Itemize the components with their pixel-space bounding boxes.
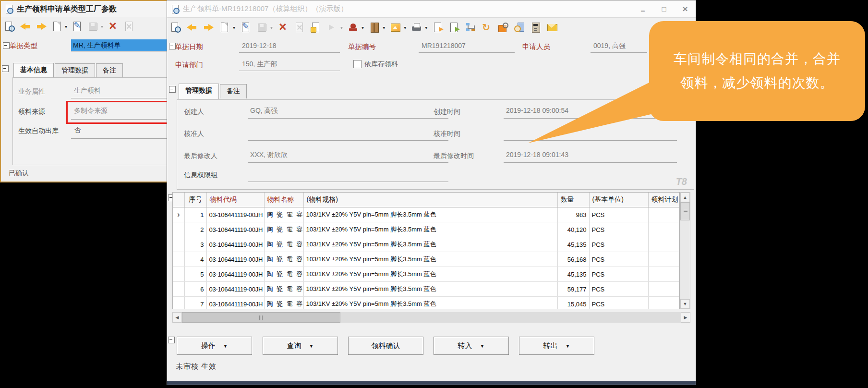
row-selector[interactable] — [173, 297, 184, 310]
tab-remarks[interactable]: 备注 — [220, 84, 247, 98]
scroll-up-icon[interactable]: ▲ — [680, 193, 690, 202]
cell-material-spec[interactable]: 103/1KV ±20% Y5V pin=5mm 脚长3.5mm 蓝色 — [303, 222, 557, 237]
cell-material-spec[interactable]: 103/1KV ±20% Y5V pin=5mm 脚长3.5mm 蓝色 — [303, 237, 557, 252]
cell-picking-plan[interactable] — [648, 207, 679, 222]
collapse-toggle[interactable] — [169, 43, 176, 49]
table-row[interactable]: 6 03-106441119-00JH 陶 瓷 電 容 103/1KV ±20%… — [173, 282, 679, 297]
operate-button[interactable]: 操作▼ — [177, 337, 252, 355]
cell-material-name[interactable]: 陶 瓷 電 容 — [264, 297, 303, 310]
cell-seq[interactable]: 7 — [184, 297, 206, 310]
row-selector[interactable] — [173, 267, 184, 282]
create-time-value[interactable]: 2019-12-18 09:00:54 — [506, 107, 568, 114]
save-dropdown[interactable]: ▾ — [101, 24, 103, 29]
tab-mgmt-data[interactable]: 管理数据 — [179, 84, 219, 99]
doc-no-value[interactable]: MR191218007 — [422, 42, 466, 49]
cell-base-unit[interactable]: PCS — [589, 297, 648, 310]
left-window-titlebar[interactable]: 生产领料申请单类型工厂参数 — [1, 1, 167, 17]
tab-mgmt-data[interactable]: 管理数据 — [55, 63, 95, 78]
cell-material-name[interactable]: 陶 瓷 電 容 — [264, 252, 303, 267]
table-row[interactable]: 1 03-106441119-00JH 陶 瓷 電 容 103/1KV ±20%… — [173, 207, 679, 222]
creator-value[interactable]: GQ, 高强 — [250, 107, 278, 115]
cell-base-unit[interactable]: PCS — [589, 207, 648, 222]
copy-in-icon[interactable] — [448, 22, 460, 33]
preview-icon[interactable] — [4, 21, 15, 32]
cell-material-name[interactable]: 陶 瓷 電 容 — [264, 282, 303, 297]
tab-remarks[interactable]: 备注 — [96, 63, 123, 78]
edit-icon[interactable] — [240, 22, 252, 33]
cell-material-spec[interactable]: 103/1KV ±20% Y5V pin=5mm 脚长3.5mm 蓝色 — [303, 267, 557, 282]
apply-dept-value[interactable]: 150, 生产部 — [242, 60, 277, 69]
calculator-icon[interactable] — [530, 22, 542, 33]
workflow-icon[interactable] — [465, 22, 476, 33]
field-value-auto-issue[interactable]: 否 — [74, 126, 81, 134]
cell-picking-plan[interactable] — [648, 282, 679, 297]
doc-type-value[interactable]: MR, 生产领料单 — [71, 39, 168, 51]
transfer-in-button[interactable]: 转入▼ — [434, 337, 509, 355]
preview-icon[interactable] — [170, 22, 181, 33]
cell-base-unit[interactable]: PCS — [589, 282, 648, 297]
cell-seq[interactable]: 4 — [184, 252, 206, 267]
field-value-business-attr[interactable]: 生产领料 — [74, 86, 101, 95]
horizontal-scroll-thumb[interactable] — [182, 312, 340, 323]
cell-picking-plan[interactable] — [648, 252, 679, 267]
browse-folder-icon[interactable] — [497, 22, 509, 33]
col-quantity[interactable]: 数量 — [557, 193, 589, 207]
print-dropdown[interactable]: ▾ — [425, 25, 427, 30]
new-doc-dropdown[interactable]: ▾ — [65, 24, 67, 29]
cell-material-code[interactable]: 03-106441119-00JH — [206, 297, 264, 310]
table-row[interactable]: 7 03-106441119-00JH 陶 瓷 電 容 103/1KV ±20%… — [173, 297, 679, 310]
delete-icon[interactable] — [108, 21, 119, 32]
attach-icon[interactable] — [310, 22, 322, 33]
cell-quantity[interactable]: 983 — [557, 207, 589, 222]
cell-material-name[interactable]: 陶 瓷 電 容 — [264, 207, 303, 222]
save-dropdown[interactable]: ▾ — [270, 25, 273, 30]
cell-seq[interactable]: 1 — [184, 207, 206, 222]
row-selector[interactable] — [173, 207, 184, 222]
table-row[interactable]: 4 03-106441119-00JH 陶 瓷 電 容 103/1KV ±20%… — [173, 252, 679, 267]
picking-confirm-button[interactable]: 领料确认 — [348, 337, 423, 355]
cell-base-unit[interactable]: PCS — [589, 237, 648, 252]
vertical-scroll-track[interactable] — [680, 220, 690, 299]
close-button[interactable] — [675, 0, 696, 17]
export-image-icon[interactable] — [390, 22, 401, 33]
collapse-toggle[interactable] — [168, 337, 175, 343]
scroll-right-icon[interactable]: ▶ — [681, 312, 690, 323]
maximize-button[interactable] — [653, 0, 675, 17]
col-base-unit[interactable]: (基本单位) — [589, 193, 648, 207]
cell-quantity[interactable]: 59,177 — [557, 282, 589, 297]
cell-material-code[interactable]: 03-106441119-00JH — [206, 282, 264, 297]
cell-picking-plan[interactable] — [648, 222, 679, 237]
collapse-toggle[interactable] — [3, 42, 10, 49]
new-doc-dropdown[interactable]: ▾ — [233, 25, 235, 30]
cell-base-unit[interactable]: PCS — [589, 222, 648, 237]
stock-picking-checkbox[interactable] — [353, 60, 362, 68]
cell-quantity[interactable]: 56,168 — [557, 252, 589, 267]
cell-material-spec[interactable]: 103/1KV ±20% Y5V pin=5mm 脚长3.5mm 蓝色 — [303, 282, 557, 297]
col-seq[interactable]: 序号 — [184, 193, 206, 207]
approve-stamp-icon[interactable] — [348, 22, 359, 33]
cell-quantity[interactable]: 45,135 — [557, 267, 589, 282]
scroll-left-icon[interactable]: ◀ — [172, 312, 182, 323]
horizontal-scroll-track[interactable] — [340, 312, 681, 323]
cell-material-spec[interactable]: 103/1KV ±20% Y5V pin=5mm 脚长3.5mm 蓝色 — [303, 207, 557, 222]
back-icon[interactable] — [20, 21, 31, 32]
row-selector[interactable] — [173, 222, 184, 237]
collapse-toggle[interactable] — [2, 65, 9, 72]
forward-icon[interactable] — [203, 22, 214, 33]
cell-seq[interactable]: 2 — [184, 222, 206, 237]
cell-material-name[interactable]: 陶 瓷 電 容 — [264, 222, 303, 237]
table-row[interactable]: 2 03-106441119-00JH 陶 瓷 電 容 103/1KV ±20%… — [173, 222, 679, 237]
cell-material-code[interactable]: 03-106441119-00JH — [206, 207, 264, 222]
approve-stamp-dropdown[interactable]: ▾ — [362, 25, 364, 30]
collapse-toggle[interactable] — [169, 86, 176, 93]
cell-material-code[interactable]: 03-106441119-00JH — [206, 222, 264, 237]
paste-dropdown[interactable]: ▾ — [340, 25, 343, 30]
cell-quantity[interactable]: 15,045 — [557, 297, 589, 310]
right-window-titlebar[interactable]: 生产领料单-MR191218007（核算组织）（演示版） — [167, 0, 696, 18]
history-icon[interactable] — [514, 22, 525, 33]
mail-icon[interactable] — [546, 22, 558, 33]
cell-seq[interactable]: 3 — [184, 237, 206, 252]
vertical-scroll-thumb[interactable] — [680, 202, 690, 220]
delete-icon[interactable] — [277, 22, 289, 33]
new-doc-icon[interactable] — [219, 22, 230, 33]
